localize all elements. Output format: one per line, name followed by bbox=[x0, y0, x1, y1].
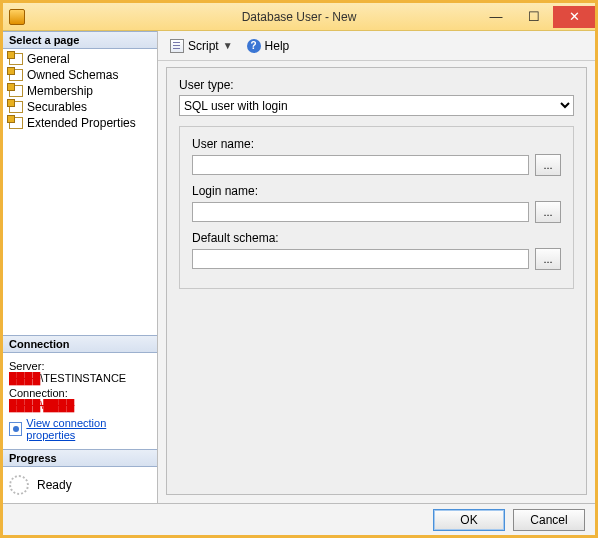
page-icon bbox=[9, 101, 23, 113]
connection-redacted: ████\████ bbox=[9, 399, 74, 411]
page-item-general[interactable]: General bbox=[3, 51, 157, 67]
close-button[interactable]: ✕ bbox=[553, 6, 595, 28]
page-label: Membership bbox=[27, 84, 93, 98]
default-schema-browse-button[interactable]: ... bbox=[535, 248, 561, 270]
minimize-button[interactable]: — bbox=[477, 6, 515, 28]
user-type-select[interactable]: SQL user with login bbox=[179, 95, 574, 116]
connection-label: Connection: bbox=[9, 387, 151, 399]
page-list: General Owned Schemas Membership Securab… bbox=[3, 49, 157, 133]
cancel-button[interactable]: Cancel bbox=[513, 509, 585, 531]
connection-value: ████\████ bbox=[9, 399, 151, 411]
window-title: Database User - New bbox=[242, 10, 357, 24]
view-connection-properties-link[interactable]: View connection properties bbox=[9, 417, 151, 441]
user-name-label: User name: bbox=[192, 137, 561, 151]
user-fieldset: User name: ... Login name: ... Default s… bbox=[179, 126, 574, 289]
toolbar: Script ▼ ? Help bbox=[158, 31, 595, 61]
ok-button[interactable]: OK bbox=[433, 509, 505, 531]
help-button[interactable]: ? Help bbox=[243, 37, 294, 55]
view-connection-properties-label: View connection properties bbox=[26, 417, 151, 441]
progress-status: Ready bbox=[37, 478, 72, 492]
help-icon: ? bbox=[247, 39, 261, 53]
script-icon bbox=[170, 39, 184, 53]
server-label: Server: bbox=[9, 360, 151, 372]
page-icon bbox=[9, 69, 23, 81]
help-label: Help bbox=[265, 39, 290, 53]
script-button[interactable]: Script ▼ bbox=[166, 37, 237, 55]
right-panel: Script ▼ ? Help User type: SQL user with… bbox=[158, 31, 595, 503]
user-name-group: User name: ... bbox=[192, 137, 561, 176]
user-name-input[interactable] bbox=[192, 155, 529, 175]
page-icon bbox=[9, 85, 23, 97]
page-icon bbox=[9, 117, 23, 129]
progress-body: Ready bbox=[3, 467, 157, 503]
left-panel: Select a page General Owned Schemas Memb… bbox=[3, 31, 158, 503]
titlebar: Database User - New — ☐ ✕ bbox=[3, 3, 595, 31]
footer: OK Cancel bbox=[3, 503, 595, 536]
connection-header: Connection bbox=[3, 335, 157, 353]
maximize-button[interactable]: ☐ bbox=[515, 6, 553, 28]
default-schema-input[interactable] bbox=[192, 249, 529, 269]
server-redacted: ████ bbox=[9, 372, 40, 384]
user-type-group: User type: SQL user with login bbox=[179, 78, 574, 116]
connection-body: Server: ████\TESTINSTANCE Connection: ██… bbox=[3, 353, 157, 449]
page-label: Owned Schemas bbox=[27, 68, 118, 82]
page-item-membership[interactable]: Membership bbox=[3, 83, 157, 99]
app-icon bbox=[9, 9, 25, 25]
login-name-label: Login name: bbox=[192, 184, 561, 198]
login-name-group: Login name: ... bbox=[192, 184, 561, 223]
window-buttons: — ☐ ✕ bbox=[477, 6, 595, 28]
default-schema-group: Default schema: ... bbox=[192, 231, 561, 270]
script-label: Script bbox=[188, 39, 219, 53]
page-label: Securables bbox=[27, 100, 87, 114]
login-name-input[interactable] bbox=[192, 202, 529, 222]
login-name-browse-button[interactable]: ... bbox=[535, 201, 561, 223]
page-label: Extended Properties bbox=[27, 116, 136, 130]
progress-header: Progress bbox=[3, 449, 157, 467]
page-item-extended-properties[interactable]: Extended Properties bbox=[3, 115, 157, 131]
page-item-owned-schemas[interactable]: Owned Schemas bbox=[3, 67, 157, 83]
chevron-down-icon: ▼ bbox=[223, 40, 233, 51]
page-item-securables[interactable]: Securables bbox=[3, 99, 157, 115]
progress-spinner-icon bbox=[9, 475, 29, 495]
page-label: General bbox=[27, 52, 70, 66]
form-area: User type: SQL user with login User name… bbox=[166, 67, 587, 495]
server-text: \TESTINSTANCE bbox=[40, 372, 126, 384]
left-fill bbox=[3, 133, 157, 335]
page-icon bbox=[9, 53, 23, 65]
server-value: ████\TESTINSTANCE bbox=[9, 372, 151, 384]
user-type-label: User type: bbox=[179, 78, 574, 92]
connection-properties-icon bbox=[9, 422, 22, 436]
default-schema-label: Default schema: bbox=[192, 231, 561, 245]
user-name-browse-button[interactable]: ... bbox=[535, 154, 561, 176]
select-page-header: Select a page bbox=[3, 31, 157, 49]
